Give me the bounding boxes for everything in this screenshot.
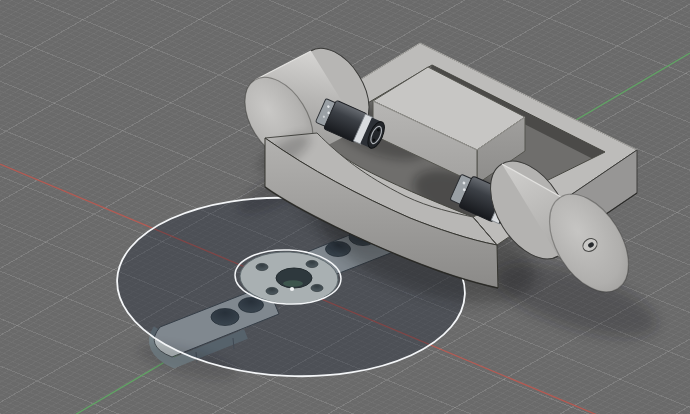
hub-bolt-hole bbox=[256, 263, 268, 270]
model-scene[interactable] bbox=[0, 0, 690, 414]
axis-glint-in-bore bbox=[283, 280, 303, 286]
hub-bolt-hole bbox=[311, 284, 323, 291]
origin-point[interactable] bbox=[290, 287, 294, 291]
hub-bolt-hole bbox=[306, 260, 318, 267]
hub-bolt-hole bbox=[266, 287, 278, 294]
viewport-canvas[interactable] bbox=[0, 0, 690, 414]
